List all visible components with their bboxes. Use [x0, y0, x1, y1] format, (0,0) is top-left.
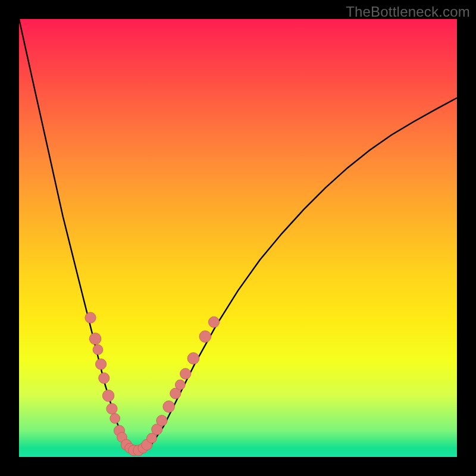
chart-marker [107, 403, 117, 414]
chart-marker [156, 415, 167, 426]
chart-marker [163, 401, 175, 413]
chart-marker [102, 390, 114, 402]
chart-marker [208, 317, 219, 327]
chart-svg [19, 19, 457, 457]
chart-marker [89, 333, 101, 345]
chart-marker [99, 372, 109, 383]
chart-marker [110, 414, 120, 424]
chart-frame: TheBottleneck.com [0, 0, 476, 476]
chart-marker [93, 345, 103, 355]
chart-curve [19, 19, 457, 453]
watermark-text: TheBottleneck.com [346, 4, 470, 20]
chart-marker [85, 312, 96, 323]
chart-marker [187, 353, 199, 365]
chart-plot-area [19, 19, 457, 457]
chart-marker [180, 368, 191, 379]
chart-marker [96, 359, 107, 369]
chart-marker [199, 331, 211, 343]
chart-marker [175, 380, 185, 390]
